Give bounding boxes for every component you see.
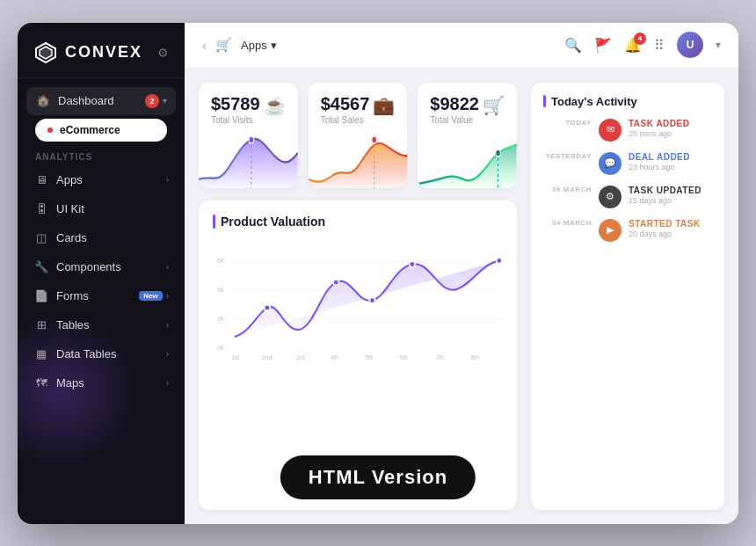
- sidebar-item-forms[interactable]: 📄 Forms New ›: [26, 283, 176, 309]
- sidebar-navigation: 🏠 Dashboard 2 ▾ eCommerce Analytics 🖥 Ap…: [18, 78, 185, 524]
- sidebar-item-datatables[interactable]: ▦ Data Tables ›: [26, 341, 176, 368]
- activity-action-label: TASK UPDATED: [629, 186, 712, 195]
- svg-point-19: [410, 261, 416, 267]
- stat-visits-value: $5789: [211, 95, 260, 113]
- activity-action-label: TASK ADDED: [629, 119, 712, 128]
- component-icon: 🔧: [33, 259, 49, 275]
- svg-text:0K: 0K: [217, 344, 225, 350]
- stat-card-value-header: $9822 Total Value 🛒: [430, 95, 505, 125]
- avatar-chevron-icon[interactable]: ▾: [716, 39, 721, 51]
- activity-content: TASK ADDED 25 mins ago: [629, 119, 712, 138]
- datatables-icon: ▦: [33, 346, 49, 362]
- sidebar: CONVEX ⚙ 🏠 Dashboard 2 ▾ eCommerce Analy…: [18, 23, 185, 524]
- dashboard-badge: 2: [145, 94, 159, 108]
- sales-chart: [309, 131, 408, 188]
- main-content: ‹ 🛒 Apps ▾ 🔍 🚩 🔔 4 ⠿ U ▾: [185, 23, 738, 524]
- chevron-apps-icon: ›: [166, 175, 169, 185]
- valuation-chart: 6K 4K 2K 0K: [213, 237, 503, 378]
- activity-content: DEAL ADDED 23 hours ago: [629, 152, 712, 171]
- svg-point-5: [372, 136, 377, 143]
- activity-item: 04 MARCH ▶ STARTED TASK 20 days ago: [543, 219, 712, 242]
- uikit-icon: 🎛: [33, 201, 49, 217]
- svg-point-7: [496, 149, 501, 157]
- activity-card: Today's Activity TODAY ✉ TASK ADDED 25 m…: [531, 83, 724, 510]
- svg-text:6K: 6K: [217, 257, 225, 263]
- stat-card-sales-header: $4567 Total Sales 💼: [321, 95, 396, 125]
- left-panel: $5789 Total Visits ☕: [199, 83, 517, 510]
- task-added-icon: ✉: [599, 119, 622, 142]
- sidebar-brand-name: CONVEX: [65, 43, 142, 62]
- activity-item: YESTERDAY 💬 DEAL ADDED 23 hours ago: [543, 152, 712, 175]
- settings-icon[interactable]: ⚙: [157, 46, 169, 60]
- notification-icon[interactable]: 🔔 4: [624, 37, 642, 54]
- chevron-forms-icon: ›: [166, 291, 169, 301]
- sidebar-item-uikit[interactable]: 🎛 UI Kit: [26, 196, 176, 222]
- svg-text:1st: 1st: [231, 354, 239, 360]
- stat-cards-row: $5789 Total Visits ☕: [199, 83, 517, 188]
- user-avatar[interactable]: U: [677, 32, 703, 58]
- stat-card-visits: $5789 Total Visits ☕: [199, 83, 298, 188]
- value-icon: 🛒: [483, 95, 505, 116]
- analytics-section-label: Analytics: [26, 149, 176, 167]
- sidebar-item-dashboard[interactable]: 🏠 Dashboard 2 ▾: [26, 87, 176, 115]
- tables-icon: ⊞: [33, 317, 49, 333]
- forms-new-badge: New: [139, 291, 162, 301]
- activity-item: TODAY ✉ TASK ADDED 25 mins ago: [543, 119, 712, 142]
- stat-sales-info: $4567 Total Sales: [321, 95, 370, 125]
- home-icon: 🏠: [35, 93, 51, 109]
- cart-icon[interactable]: 🛒: [215, 37, 232, 53]
- search-icon[interactable]: 🔍: [564, 37, 582, 54]
- activity-action-label: STARTED TASK: [629, 219, 712, 229]
- logo-icon: [33, 40, 58, 65]
- flag-icon[interactable]: 🚩: [594, 37, 612, 54]
- started-task-icon: ▶: [599, 219, 622, 242]
- maps-icon: 🗺: [33, 375, 49, 391]
- sidebar-item-apps[interactable]: 🖥 Apps ›: [26, 167, 176, 193]
- svg-marker-1: [40, 47, 52, 59]
- html-version-badge: HTML Version: [280, 455, 476, 499]
- topbar: ‹ 🛒 Apps ▾ 🔍 🚩 🔔 4 ⠿ U ▾: [185, 23, 738, 69]
- chevron-icon: ▾: [163, 96, 167, 106]
- activity-when: 25 mins ago: [629, 129, 712, 138]
- deal-added-icon: 💬: [599, 152, 622, 175]
- svg-text:2K: 2K: [217, 315, 225, 321]
- active-dot: [47, 127, 53, 133]
- activity-item: 09 MARCH ⚙ TASK UPDATED 15 days ago: [543, 186, 712, 208]
- forms-icon: 📄: [33, 288, 49, 304]
- svg-text:2nd: 2nd: [262, 354, 272, 360]
- svg-text:4th: 4th: [331, 354, 338, 360]
- stat-visits-label: Total Visits: [211, 115, 260, 125]
- stat-sales-value: $4567: [321, 95, 370, 113]
- svg-text:7th: 7th: [436, 354, 444, 360]
- sidebar-item-maps[interactable]: 🗺 Maps ›: [26, 370, 176, 397]
- svg-point-20: [497, 258, 503, 264]
- settings-bars-icon[interactable]: ⠿: [654, 37, 665, 54]
- svg-point-16: [265, 304, 271, 310]
- stat-total-value: $9822: [430, 95, 479, 113]
- sidebar-item-components[interactable]: 🔧 Components ›: [26, 254, 176, 280]
- valuation-title: Product Valuation: [213, 215, 503, 229]
- sidebar-item-tables[interactable]: ⊞ Tables ›: [26, 312, 176, 339]
- activity-title: Today's Activity: [543, 95, 712, 108]
- svg-text:6th: 6th: [400, 354, 408, 360]
- topbar-left: ‹ 🛒 Apps ▾: [202, 37, 554, 53]
- sidebar-item-ecommerce[interactable]: eCommerce: [35, 119, 167, 142]
- sidebar-logo-area: CONVEX ⚙: [18, 23, 185, 78]
- stat-visits-info: $5789 Total Visits: [211, 95, 260, 125]
- dashboard-area: $5789 Total Visits ☕: [185, 69, 738, 524]
- stat-sales-label: Total Sales: [321, 115, 370, 125]
- sidebar-item-cards[interactable]: ◫ Cards: [26, 225, 176, 251]
- apps-dropdown[interactable]: Apps ▾: [241, 39, 277, 52]
- chevron-datatables-icon: ›: [166, 349, 169, 359]
- chevron-maps-icon: ›: [166, 378, 169, 388]
- activity-time: 04 MARCH: [543, 219, 592, 227]
- apps-chevron-icon: ▾: [271, 39, 277, 52]
- ecommerce-label: eCommerce: [60, 124, 120, 136]
- svg-point-17: [333, 279, 339, 285]
- stat-value-label: Total Value: [430, 115, 479, 125]
- svg-text:5th: 5th: [365, 354, 373, 360]
- back-icon[interactable]: ‹: [202, 38, 207, 53]
- stat-value-info: $9822 Total Value: [430, 95, 479, 125]
- task-updated-icon: ⚙: [599, 186, 622, 208]
- stat-card-visits-header: $5789 Total Visits ☕: [211, 95, 286, 125]
